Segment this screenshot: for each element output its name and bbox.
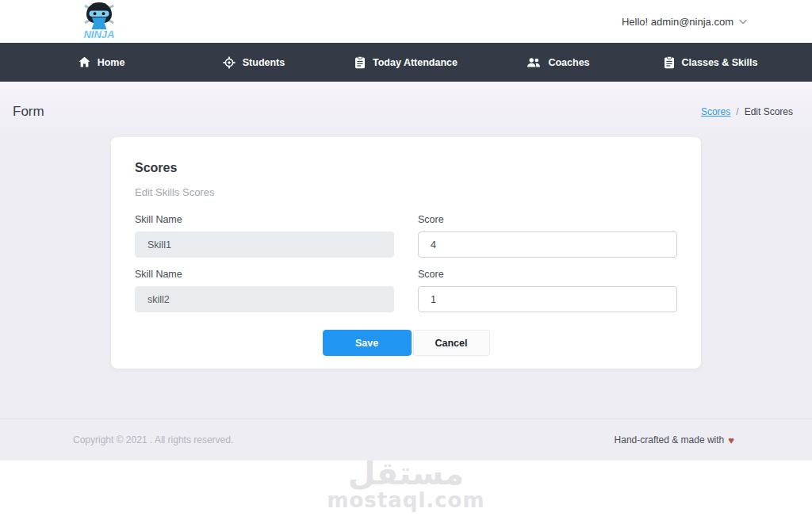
credit-text: Hand-crafted & made with ♥: [615, 434, 734, 446]
skill-name-label: Skill Name: [135, 269, 394, 280]
ninja-logo[interactable]: NINJA: [78, 2, 121, 41]
logo-text: NINJA: [83, 29, 114, 40]
people-icon: [527, 57, 541, 68]
breadcrumb: Scores / Edit Scores: [701, 106, 793, 117]
nav-item-label: Home: [98, 57, 125, 68]
nav-item-students[interactable]: Students: [178, 43, 330, 82]
card-title: Scores: [135, 161, 677, 175]
nav-item-label: Coaches: [548, 57, 589, 68]
watermark-arabic: مستقل: [0, 457, 812, 489]
account-label: Hello! admin@ninja.com: [622, 16, 733, 28]
nav-item-today-attendance[interactable]: Today Attendance: [330, 43, 482, 82]
mostaql-watermark: مستقل mostaql.com: [0, 457, 812, 511]
target-icon: [223, 56, 236, 69]
field-skill-name-1: Skill Name: [135, 214, 394, 258]
main-navbar: Home Students Today Attendance Coac: [0, 43, 812, 82]
edit-scores-form: Skill Name Score Skill Name Score: [135, 214, 677, 312]
card-subtitle: Edit Skills Scores: [135, 186, 677, 198]
save-button[interactable]: Save: [323, 330, 412, 356]
ninja-mascot-icon: NINJA: [78, 2, 121, 41]
score-input-2[interactable]: [418, 286, 677, 312]
copyright-text: Copyright © 2021 . All rights reserved.: [73, 434, 233, 445]
nav-item-home[interactable]: Home: [25, 43, 178, 82]
skill-name-label: Skill Name: [135, 214, 394, 225]
field-score-1: Score: [418, 214, 677, 258]
main-content: Form Scores / Edit Scores Scores Edit Sk…: [0, 82, 812, 419]
credit-label: Hand-crafted & made with: [615, 434, 725, 445]
field-skill-name-2: Skill Name: [135, 269, 394, 312]
bottom-strip: مستقل mostaql.com: [0, 461, 812, 520]
chevron-down-icon: [739, 19, 747, 25]
nav-item-label: Classes & Skills: [682, 57, 758, 68]
skill-name-input-2: [135, 286, 394, 312]
nav-item-label: Students: [243, 57, 285, 68]
page-title: Form: [13, 104, 44, 120]
clipboard-icon: [664, 56, 675, 69]
nav-item-coaches[interactable]: Coaches: [482, 43, 634, 82]
top-header: NINJA Hello! admin@ninja.com: [0, 0, 812, 43]
cancel-button[interactable]: Cancel: [413, 330, 490, 356]
breadcrumb-current: Edit Scores: [745, 106, 793, 117]
breadcrumb-separator: /: [736, 106, 738, 117]
scores-card: Scores Edit Skills Scores Skill Name Sco…: [111, 137, 701, 369]
score-label: Score: [418, 269, 677, 280]
breadcrumb-link-scores[interactable]: Scores: [701, 106, 730, 117]
nav-item-label: Today Attendance: [373, 57, 458, 68]
clipboard-icon: [354, 56, 366, 69]
field-score-2: Score: [418, 269, 677, 312]
home-icon: [79, 56, 90, 68]
skill-name-input-1: [135, 231, 394, 258]
score-label: Score: [418, 214, 677, 225]
nav-item-classes-skills[interactable]: Classes & Skills: [634, 43, 787, 82]
account-dropdown[interactable]: Hello! admin@ninja.com: [622, 16, 793, 28]
watermark-latin: mostaql.com: [0, 489, 812, 511]
button-row: Save Cancel: [135, 330, 677, 356]
breadcrumb-row: Form Scores / Edit Scores: [10, 82, 802, 132]
heart-icon: ♥: [728, 434, 734, 446]
score-input-1[interactable]: [418, 231, 677, 258]
